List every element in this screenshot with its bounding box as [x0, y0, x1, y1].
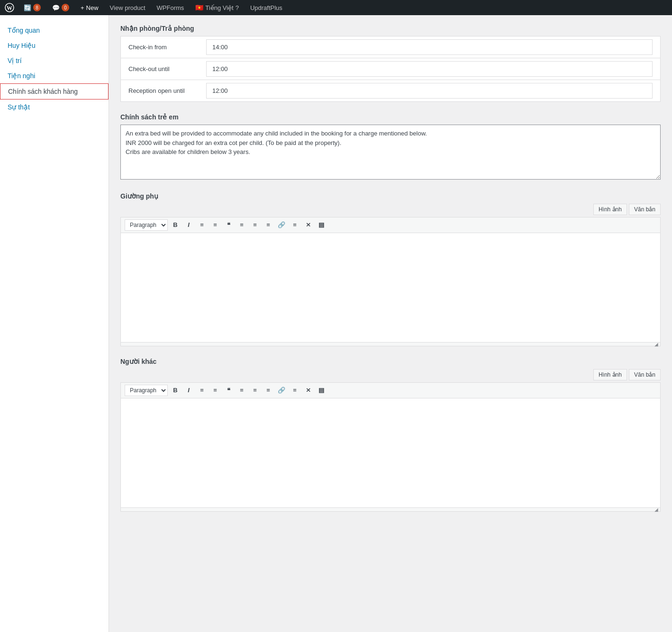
format-table-btn[interactable]: ▤ — [316, 219, 327, 231]
language-item[interactable]: 🇻🇳 Tiếng Việt ? — [193, 4, 241, 11]
nguoi-khac-format-bar: Paragraph Heading 1 Heading 2 B I ≡ ≡ ❝ … — [121, 383, 660, 398]
comments-badge: 0 — [62, 4, 69, 11]
checkin-group: Check-in from 14:00 Check-out until 12:0… — [120, 36, 661, 102]
sidebar-item-su-that[interactable]: Sự thật — [0, 99, 109, 115]
extra-bed-toolbar-row: Hình ảnh Văn bản — [120, 204, 661, 215]
extra-bed-editor-body[interactable] — [121, 233, 660, 342]
view-product-item[interactable]: View product — [108, 4, 147, 11]
extra-bed-section: Giường phụ Hình ảnh Văn bản Paragraph He… — [120, 192, 661, 346]
format-bold-btn[interactable]: B — [170, 219, 181, 231]
format-align-center-btn[interactable]: ≡ — [249, 219, 261, 231]
child-policy-section: Chính sách trẻ em — [120, 113, 661, 181]
nguoi-khac-section: Người khác Hình ảnh Văn bản Paragraph He… — [120, 358, 661, 512]
nk-format-expand-btn[interactable]: ⨯ — [302, 385, 314, 396]
checkout-label: Check-out until — [121, 61, 206, 77]
checkout-row: Check-out until 12:00 — [121, 58, 660, 80]
nk-format-table-btn[interactable]: ▤ — [316, 385, 327, 396]
sidebar: Tổng quan Huy Hiệu Vị trí Tiện nghi Chín… — [0, 15, 109, 632]
extra-bed-editor: Paragraph Heading 1 Heading 2 B I ≡ ≡ ❝ … — [120, 217, 661, 346]
sidebar-item-huy-hieu[interactable]: Huy Hiệu — [0, 38, 109, 53]
resize-icon: ◢ — [654, 342, 658, 347]
format-ol-btn[interactable]: ≡ — [209, 219, 221, 231]
child-policy-title: Chính sách trẻ em — [120, 113, 661, 121]
format-quote-btn[interactable]: ❝ — [223, 219, 234, 231]
nk-format-bold-btn[interactable]: B — [170, 385, 181, 396]
comments-item[interactable]: 💬 0 — [50, 4, 71, 11]
sidebar-item-vi-tri[interactable]: Vị trí — [0, 53, 109, 68]
nk-format-ol-btn[interactable]: ≡ — [209, 385, 221, 396]
help-icon: ? — [236, 4, 239, 11]
new-label: New — [86, 4, 99, 11]
sidebar-item-tong-quan[interactable]: Tổng quan — [0, 23, 109, 38]
wp-logo[interactable]: W — [5, 3, 14, 12]
updates-item[interactable]: 🔄 8 — [22, 4, 43, 11]
updates-badge: 8 — [33, 4, 41, 11]
extra-bed-resize-handle: ◢ — [121, 342, 660, 346]
nguoi-khac-editor: Paragraph Heading 1 Heading 2 B I ≡ ≡ ❝ … — [120, 382, 661, 512]
format-expand-btn[interactable]: ⨯ — [302, 219, 314, 231]
svg-text:W: W — [7, 5, 12, 11]
language-label: Tiếng Việt — [205, 4, 233, 11]
new-item[interactable]: + New — [79, 4, 100, 11]
extra-bed-format-bar: Paragraph Heading 1 Heading 2 B I ≡ ≡ ❝ … — [121, 217, 660, 233]
nk-format-quote-btn[interactable]: ❝ — [223, 385, 234, 396]
checkin-label: Check-in from — [121, 39, 206, 55]
extra-bed-text-btn[interactable]: Văn bản — [629, 204, 661, 215]
nk-resize-icon: ◢ — [654, 507, 658, 512]
flag-icon: 🇻🇳 — [195, 4, 203, 11]
nguoi-khac-text-btn[interactable]: Văn bản — [629, 369, 661, 380]
reception-value[interactable]: 12:00 — [206, 83, 653, 99]
checkin-value[interactable]: 14:00 — [206, 39, 653, 55]
nk-format-ul-btn[interactable]: ≡ — [196, 385, 208, 396]
nguoi-khac-resize-handle: ◢ — [121, 507, 660, 511]
checkin-section: Nhận phòng/Trả phòng Check-in from 14:00… — [120, 25, 661, 102]
format-align-right-btn[interactable]: ≡ — [263, 219, 274, 231]
extra-bed-title: Giường phụ — [120, 192, 661, 200]
nk-format-cols-btn[interactable]: ≡ — [289, 385, 300, 396]
sidebar-item-tien-nghi[interactable]: Tiện nghi — [0, 68, 109, 83]
wpforms-label: WPForms — [157, 4, 184, 11]
nk-format-link-btn[interactable]: 🔗 — [276, 385, 287, 396]
updraftplus-label: UpdraftPlus — [250, 4, 282, 11]
nk-format-align-right-btn[interactable]: ≡ — [263, 385, 274, 396]
nguoi-khac-title: Người khác — [120, 358, 661, 365]
format-italic-btn[interactable]: I — [183, 219, 194, 231]
nguoi-khac-editor-body[interactable] — [121, 398, 660, 507]
nguoi-khac-paragraph-select[interactable]: Paragraph Heading 1 Heading 2 — [125, 385, 168, 396]
sidebar-item-chinh-sach[interactable]: Chính sách khách hàng — [0, 83, 109, 99]
nguoi-khac-toolbar-row: Hình ảnh Văn bản — [120, 369, 661, 380]
updraftplus-item[interactable]: UpdraftPlus — [248, 4, 284, 11]
format-link-btn[interactable]: 🔗 — [276, 219, 287, 231]
wpforms-item[interactable]: WPForms — [155, 4, 186, 11]
nguoi-khac-image-btn[interactable]: Hình ảnh — [593, 369, 627, 380]
child-policy-textarea[interactable] — [120, 125, 661, 180]
nk-format-align-center-btn[interactable]: ≡ — [249, 385, 261, 396]
reception-label: Reception open until — [121, 82, 206, 99]
format-ul-btn[interactable]: ≡ — [196, 219, 208, 231]
reception-row: Reception open until 12:00 — [121, 80, 660, 101]
checkin-section-title: Nhận phòng/Trả phòng — [120, 25, 661, 32]
format-cols-btn[interactable]: ≡ — [289, 219, 300, 231]
checkin-row: Check-in from 14:00 — [121, 36, 660, 58]
format-align-left-btn[interactable]: ≡ — [236, 219, 247, 231]
nk-format-align-left-btn[interactable]: ≡ — [236, 385, 247, 396]
admin-bar: W 🔄 8 💬 0 + New View product WPForms 🇻🇳 … — [0, 0, 672, 15]
plus-icon: + — [81, 4, 84, 11]
nk-format-italic-btn[interactable]: I — [183, 385, 194, 396]
main-content: Nhận phòng/Trả phòng Check-in from 14:00… — [109, 15, 672, 632]
extra-bed-paragraph-select[interactable]: Paragraph Heading 1 Heading 2 — [125, 219, 168, 231]
view-product-label: View product — [110, 4, 145, 11]
checkout-value[interactable]: 12:00 — [206, 61, 653, 77]
extra-bed-image-btn[interactable]: Hình ảnh — [593, 204, 627, 215]
comments-icon: 💬 — [52, 4, 60, 11]
updates-icon: 🔄 — [24, 4, 31, 11]
